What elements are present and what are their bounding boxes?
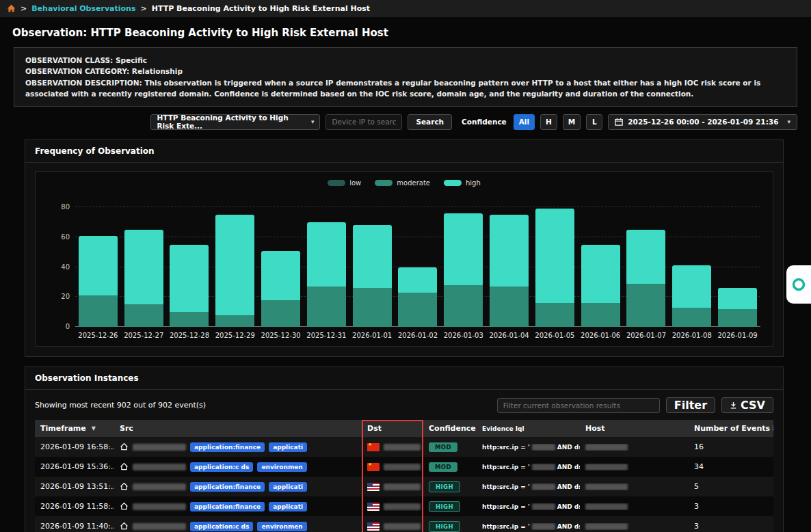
evidence-suffix: AND dst.ip = '223.5... [557,464,580,470]
events-count-cell: 3 [689,502,773,511]
bar-segment-moderate [581,303,620,327]
bar-segment-high [124,230,163,304]
chart-bars [75,207,760,327]
page-title: Observation: HTTP Beaconing Activity to … [12,27,811,39]
device-ip-input[interactable] [325,114,402,130]
bar-segment-high [398,267,437,293]
evidence-cell: http:src.ip = ' AND dst.ip = '34.41... [477,523,580,530]
breadcrumb-link-behavioral-observations[interactable]: Behavioral Observations [31,4,135,13]
bar-column[interactable] [440,207,486,327]
dst-cell [362,443,423,451]
col-header-confidence[interactable]: Confidence [423,424,477,433]
dst-cell [362,522,423,531]
table-row[interactable]: 2026-01-09 11:40:... application:c ds en… [35,516,773,532]
confidence-label: Confidence [462,118,507,126]
bar-column[interactable] [624,207,669,327]
redacted-src-ip [532,503,555,510]
bar-segment-high [215,215,254,315]
col-header-dst[interactable]: Dst [362,424,423,433]
results-filter-input[interactable] [497,398,660,413]
observation-category: OBSERVATION CATEGORY: Relationship [25,66,786,77]
table-row[interactable]: 2026-01-09 16:58:... application:finance… [35,437,773,457]
bar-column[interactable] [212,207,258,327]
bar-segment-high [490,215,529,287]
x-axis-label: 2026-01-02 [395,332,441,339]
src-tag-badge[interactable]: environmen [257,462,306,472]
bar-column[interactable] [121,207,167,327]
evidence-cell: http:src.ip = ' AND dst.ip = '34.41... [477,503,580,510]
evidence-cell: http:src.ip = ' AND dst.ip = '34.41... [477,483,580,490]
bar-segment-moderate [353,288,392,327]
src-cell: application:finance applicati [114,442,362,452]
src-tag-badge[interactable]: application:finance [190,502,265,511]
confidence-low-button[interactable]: L [586,114,602,130]
legend-label: high [466,179,481,187]
bar-column[interactable] [578,207,624,327]
instances-panel-title: Observation Instances [25,367,783,390]
device-icon [120,442,129,451]
redacted-src-ip [532,464,555,470]
frequency-panel-title: Frequency of Observation [25,140,783,163]
bar-column[interactable] [395,207,441,327]
bar-column[interactable] [486,207,532,327]
bar-column[interactable] [304,207,349,327]
evidence-suffix: AND dst.ip = '34.41... [557,503,580,510]
bar-column[interactable] [75,207,121,327]
table-row[interactable]: 2026-01-09 11:58:... application:finance… [35,496,773,516]
confidence-all-button[interactable]: All [514,114,535,130]
table-row[interactable]: 2026-01-09 15:36:... application:c ds en… [35,457,773,477]
bar-column[interactable] [349,207,395,327]
redacted-dst-name [384,464,421,470]
col-header-host[interactable]: Host [580,424,689,433]
x-axis-label: 2026-01-01 [349,332,395,339]
src-cell: application:finance applicati [114,482,362,492]
y-axis-tick: 40 [44,263,70,271]
col-header-evidence[interactable]: Evidence Iql [477,425,580,432]
src-tag-badge[interactable]: environmen [257,522,306,531]
brand-ring-icon [791,277,806,292]
src-tag-badge[interactable]: application:finance [190,482,265,492]
csv-export-button[interactable]: CSV [721,397,773,413]
bar-column[interactable] [669,207,715,327]
bar-segment-moderate [490,287,529,327]
breadcrumb: > Behavioral Observations > HTTP Beaconi… [0,0,811,17]
src-tag-badge[interactable]: applicati [269,442,307,452]
bar-column[interactable] [258,207,304,327]
legend-item: high [444,179,481,187]
bar-column[interactable] [715,207,760,327]
timeframe-cell: 2026-01-09 15:36:... [35,462,114,471]
src-tag-badge[interactable]: application:c ds [190,522,253,531]
help-widget-tab[interactable] [786,265,811,304]
col-header-timeframe[interactable]: Timeframe ▼ [35,424,114,433]
host-cell [580,483,689,490]
bar-column[interactable] [167,207,213,327]
evidence-prefix: http:src.ip = ' [482,444,530,451]
table-row[interactable]: 2026-01-09 13:51:... application:finance… [35,477,773,496]
src-tag-badge[interactable]: application:finance [190,442,265,452]
evidence-prefix: http:src.ip = ' [482,503,530,510]
src-tag-badge[interactable]: application:c ds [190,462,253,472]
observation-select[interactable]: HTTP Beaconing Activity to High Risk Ext… [150,114,320,130]
src-tag-badge[interactable]: applicati [269,502,307,511]
bar-column[interactable] [532,207,578,327]
search-button[interactable]: Search [408,114,452,130]
x-axis-label: 2026-01-09 [715,332,760,339]
bar-segment-high [581,245,620,303]
bar-segment-high [672,265,711,307]
src-tag-badge[interactable]: applicati [269,482,307,492]
x-axis-label: 2025-12-30 [258,332,304,339]
col-header-events[interactable]: Number of Events in Past [689,424,773,433]
confidence-medium-button[interactable]: M [563,114,581,130]
bar-segment-moderate [444,285,483,327]
date-range-picker[interactable]: 2025-12-26 00:00 - 2026-01-09 21:36 ▾ [608,114,797,130]
redacted-host [585,523,628,530]
redacted-host [585,444,628,451]
confidence-cell: MOD [423,462,477,472]
confidence-high-button[interactable]: H [540,114,557,130]
home-icon[interactable] [7,4,16,13]
col-header-src[interactable]: Src [114,424,362,433]
bar-segment-high [444,213,483,285]
src-cell: application:c ds environmen [114,462,362,472]
sort-caret-icon[interactable]: ▼ [92,425,96,431]
filter-button[interactable]: Filter [666,397,715,413]
